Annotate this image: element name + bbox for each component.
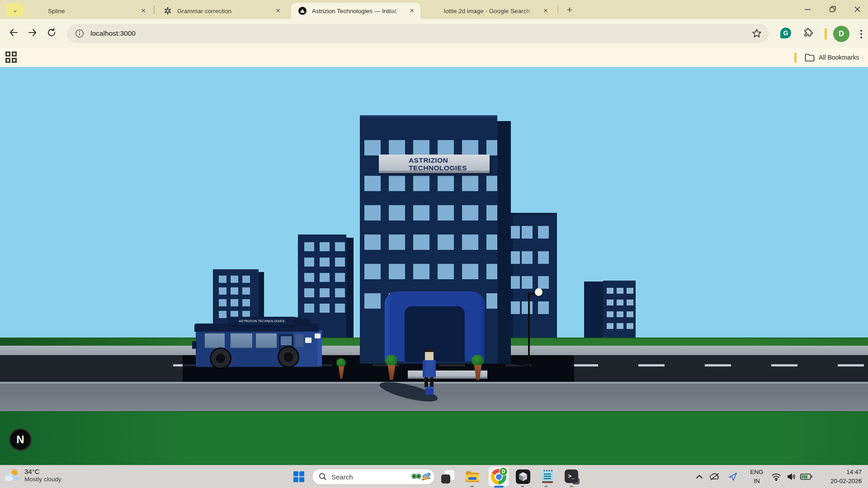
building-window (462, 264, 478, 279)
building-window (364, 205, 381, 221)
building-window (438, 235, 454, 250)
building-window (486, 140, 497, 155)
building-window (486, 205, 497, 221)
volume-icon[interactable] (785, 469, 798, 484)
grammarly-icon: G (780, 28, 791, 38)
building-window (364, 176, 381, 191)
new-tab-button[interactable]: + (563, 4, 576, 17)
bookmark-star-icon[interactable] (751, 28, 762, 39)
building-window (607, 311, 613, 317)
building-window (462, 235, 478, 250)
running-indicator (544, 486, 548, 487)
building-window (510, 251, 520, 264)
tab-divider (557, 5, 558, 14)
building-window (389, 205, 405, 221)
search-placeholder: Search (331, 473, 353, 481)
building-window (617, 300, 623, 305)
clock-date: 20-02-2026 (823, 477, 862, 486)
building-window (486, 235, 497, 250)
building-window (462, 205, 478, 221)
chrome-button[interactable]: D (491, 469, 506, 484)
back-button[interactable] (5, 23, 23, 42)
building-window (462, 176, 478, 191)
building-window (627, 311, 633, 317)
building-window (219, 287, 226, 295)
spline-3d-scene-canvas[interactable]: ASTRIZION TECHNOLOGIES (0, 67, 868, 465)
search-highlight-bird-image (411, 471, 431, 483)
building-window (304, 242, 314, 251)
building-window (413, 264, 429, 279)
close-icon[interactable]: × (408, 7, 416, 15)
apps-grid-icon[interactable] (5, 52, 17, 63)
building-window (486, 264, 497, 279)
taskbar-search[interactable]: Search (312, 469, 435, 485)
close-icon[interactable]: × (542, 7, 550, 15)
building-window (389, 264, 405, 279)
building-window (335, 258, 345, 267)
close-window-button[interactable] (846, 0, 868, 18)
nextjs-dev-badge[interactable]: N (9, 428, 32, 451)
building-window (486, 176, 497, 191)
building-window (522, 251, 533, 264)
weather-desc: Mostly cloudy (24, 476, 61, 483)
reload-button[interactable] (42, 23, 61, 42)
tab-google-search[interactable]: lottie 2d image - Google Search × (423, 3, 554, 19)
close-icon[interactable]: × (274, 7, 282, 15)
tab-grammar[interactable]: Grammar correction × (156, 3, 287, 19)
tab-divider (154, 5, 155, 14)
tab-spline[interactable]: Spline × (27, 3, 152, 19)
building-window (335, 273, 345, 282)
battery-icon[interactable] (799, 469, 813, 484)
file-explorer-button[interactable] (465, 469, 480, 484)
task-view-button[interactable] (440, 469, 456, 484)
profile-avatar[interactable]: D (833, 26, 849, 42)
site-info-icon[interactable] (75, 29, 84, 38)
partly-cloudy-icon (4, 469, 20, 482)
language-indicator[interactable]: ENG IN (747, 468, 767, 486)
onedrive-paused-icon[interactable] (708, 469, 722, 484)
building-window (389, 140, 405, 155)
lamp-globe (535, 288, 542, 296)
theme-accent-divider (794, 52, 797, 63)
terminal-button[interactable]: >_ (564, 469, 580, 484)
taskbar-clock[interactable]: 14:47 20-02-2026 (823, 468, 862, 486)
building-window (522, 276, 533, 289)
bus-wheel (210, 347, 231, 369)
building-window (627, 288, 633, 294)
building-window (486, 293, 497, 309)
sign-line-1: ASTRIZION (409, 156, 490, 164)
forward-button[interactable] (24, 23, 42, 42)
browser-menu-button[interactable] (855, 26, 867, 42)
start-button[interactable] (291, 469, 307, 484)
building-far-right (584, 281, 636, 339)
person-head (425, 352, 434, 360)
restore-button[interactable] (822, 0, 844, 18)
tab-astrizion-active[interactable]: Astrizion Technologies — Initiat × (291, 3, 420, 19)
address-bar[interactable]: localhost:3000 (67, 24, 769, 43)
location-icon[interactable] (726, 469, 740, 484)
spline-app-icon (516, 469, 530, 484)
building-window (538, 301, 549, 314)
url-text[interactable]: localhost:3000 (90, 29, 136, 38)
tab-title: lottie 2d image - Google Search (444, 8, 540, 14)
close-icon[interactable]: × (139, 7, 147, 15)
tray-chevron-up[interactable] (693, 469, 706, 484)
building-window (522, 226, 533, 239)
running-indicator (570, 486, 573, 487)
building-window (389, 176, 405, 191)
building-window (413, 140, 429, 155)
building-window (335, 242, 345, 251)
blue-box (425, 387, 434, 395)
building-window (627, 300, 633, 305)
weather-widget[interactable]: 34°C Mostly cloudy (4, 468, 61, 483)
minimize-button[interactable] (797, 0, 818, 18)
notepad-button[interactable] (540, 469, 555, 484)
wifi-icon[interactable] (769, 469, 783, 484)
extensions-button[interactable] (799, 24, 817, 42)
bus-banner: ASTRIZION TECHNOLOGIES (229, 317, 295, 325)
tab-title: Spline (48, 8, 137, 14)
all-bookmarks-button[interactable]: All Bookmarks (805, 52, 859, 63)
grammarly-extension-button[interactable]: G (777, 24, 795, 42)
tab-search-button[interactable]: ⌄ (5, 3, 24, 17)
spline-app-button[interactable] (515, 469, 531, 484)
